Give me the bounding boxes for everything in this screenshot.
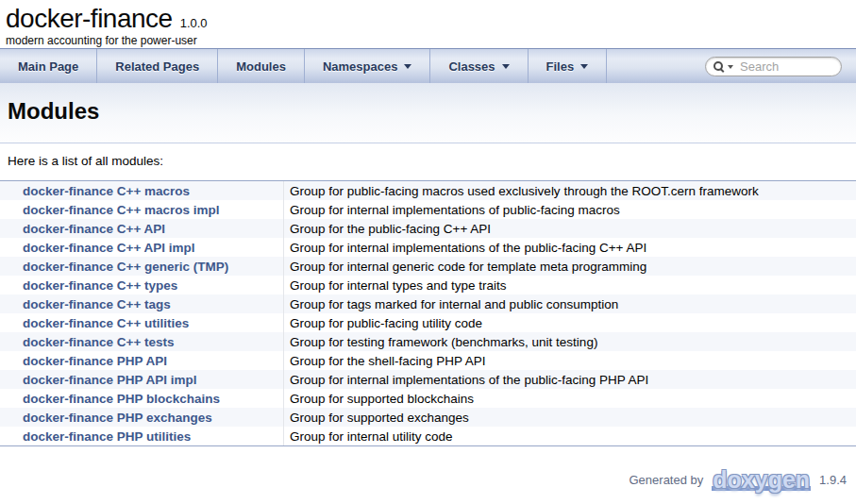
table-row: docker-finance C++ tests Group for testi… [0, 332, 856, 351]
module-link[interactable]: docker-finance C++ tests [23, 335, 175, 349]
table-row: docker-finance C++ generic (TMP) Group f… [0, 257, 856, 276]
chevron-down-icon [502, 64, 510, 69]
tab-related-pages[interactable]: Related Pages [97, 49, 218, 83]
search-options-arrow-icon[interactable] [728, 65, 733, 69]
table-row: docker-finance C++ types Group for inter… [0, 276, 856, 294]
doxygen-version: 1.9.4 [819, 473, 847, 487]
module-desc: Group for testing framework (benchmarks,… [283, 332, 856, 351]
table-row: docker-finance PHP exchanges Group for s… [0, 408, 856, 427]
table-row: docker-finance PHP blockchains Group for… [0, 389, 856, 408]
module-link[interactable]: docker-finance C++ types [23, 278, 177, 293]
project-brief: modern accounting for the power-user [6, 34, 856, 47]
tab-label: Namespaces [323, 59, 398, 74]
tab-label: Modules [236, 59, 286, 74]
main-nav-tabbar: Main Page Related Pages Modules Namespac… [0, 49, 856, 83]
tab-main-page[interactable]: Main Page [0, 49, 97, 83]
tab-label: Classes [448, 59, 495, 74]
module-desc: Group for the shell-facing PHP API [283, 351, 856, 370]
tab-files[interactable]: Files [529, 49, 608, 83]
search-area [705, 49, 856, 83]
module-desc: Group for supported exchanges [283, 408, 856, 427]
table-row: docker-finance C++ macros impl Group for… [0, 200, 856, 219]
module-desc: Group for internal implementations of pu… [283, 200, 856, 219]
module-desc: Group for internal implementations of th… [283, 370, 856, 389]
chevron-down-icon [580, 64, 588, 69]
module-link[interactable]: docker-finance C++ API impl [23, 241, 195, 255]
search-box[interactable] [705, 57, 842, 76]
module-desc: Group for internal utility code [283, 427, 856, 445]
chevron-down-icon [404, 64, 411, 69]
tab-classes[interactable]: Classes [430, 49, 528, 83]
table-row: docker-finance C++ tags Group for tags m… [0, 294, 856, 313]
table-row: docker-finance PHP utilities Group for i… [0, 427, 856, 445]
module-desc: Group for public-facing utility code [283, 313, 856, 332]
project-name: docker-finance [6, 5, 173, 33]
tab-modules[interactable]: Modules [218, 49, 305, 83]
project-version: 1.0.0 [180, 16, 208, 30]
module-desc: Group for supported blockchains [283, 389, 856, 408]
doxygen-logo[interactable]: doxygen [710, 467, 813, 492]
tabbar-spacer [607, 49, 705, 83]
tab-label: Main Page [18, 59, 78, 74]
module-link[interactable]: docker-finance C++ API [23, 222, 165, 236]
module-desc: Group for internal types and type traits [283, 276, 856, 294]
module-link[interactable]: docker-finance PHP API [23, 354, 167, 368]
tab-namespaces[interactable]: Namespaces [305, 49, 431, 83]
page-footer: Generated by doxygen 1.9.4 [0, 467, 856, 492]
module-desc: Group for tags marked for internal and p… [283, 294, 856, 313]
title-area: docker-finance 1.0.0 modern accounting f… [0, 0, 856, 49]
generated-by-text: Generated by [629, 473, 704, 487]
page-header: Modules [0, 83, 856, 143]
search-icon[interactable] [713, 60, 726, 73]
table-row: docker-finance C++ API Group for the pub… [0, 219, 856, 238]
module-link[interactable]: docker-finance C++ generic (TMP) [23, 260, 228, 274]
module-desc: Group for the public-facing C++ API [283, 219, 856, 238]
module-link[interactable]: docker-finance PHP API impl [23, 373, 197, 387]
module-desc: Group for public-facing macros used excl… [283, 181, 856, 200]
search-input[interactable] [740, 59, 834, 74]
modules-table: docker-finance C++ macros Group for publ… [0, 180, 856, 446]
module-link[interactable]: docker-finance C++ utilities [23, 316, 189, 330]
table-row: docker-finance PHP API Group for the she… [0, 351, 856, 370]
table-row: docker-finance C++ API impl Group for in… [0, 238, 856, 257]
tab-label: Files [546, 59, 575, 74]
tab-label: Related Pages [115, 59, 199, 74]
page-title: Modules [0, 83, 856, 143]
contents: Here is a list of all modules: docker-fi… [0, 153, 856, 446]
module-link[interactable]: docker-finance C++ macros [23, 184, 190, 198]
intro-text: Here is a list of all modules: [8, 153, 856, 169]
module-link[interactable]: docker-finance PHP blockchains [23, 392, 220, 406]
module-link[interactable]: docker-finance PHP utilities [23, 429, 191, 444]
module-link[interactable]: docker-finance C++ tags [23, 297, 171, 311]
module-desc: Group for internal generic code for temp… [283, 257, 856, 276]
module-link[interactable]: docker-finance C++ macros impl [23, 203, 220, 217]
table-row: docker-finance C++ macros Group for publ… [0, 181, 856, 200]
module-desc: Group for internal implementations of th… [283, 238, 856, 257]
table-row: docker-finance PHP API impl Group for in… [0, 370, 856, 389]
module-link[interactable]: docker-finance PHP exchanges [23, 411, 212, 425]
table-row: docker-finance C++ utilities Group for p… [0, 313, 856, 332]
